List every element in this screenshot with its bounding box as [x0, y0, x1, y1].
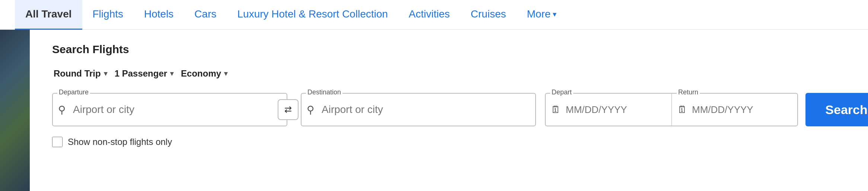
nav-label-all-travel: All Travel — [25, 8, 72, 20]
return-field-wrapper: Return 🗓 — [671, 93, 798, 126]
nav-item-cruises[interactable]: Cruises — [460, 0, 517, 30]
return-label: Return — [677, 88, 700, 96]
search-fields-row: Departure ⚲ ⇄ Destination ⚲ — [52, 93, 846, 126]
depart-date-input[interactable] — [545, 93, 671, 126]
nav-label-hotels: Hotels — [144, 8, 173, 20]
departure-pin-icon: ⚲ — [58, 104, 66, 116]
nav-item-all-travel[interactable]: All Travel — [15, 0, 82, 30]
trip-type-label: Round Trip — [54, 68, 101, 79]
class-label: Economy — [181, 68, 221, 79]
class-button[interactable]: Economy ▾ — [179, 66, 229, 81]
search-button-label: Search — [825, 103, 867, 117]
destination-label: Destination — [306, 88, 342, 96]
search-button[interactable]: Search — [805, 93, 868, 126]
nonstop-row: Show non-stop flights only — [52, 137, 846, 147]
destination-input[interactable] — [301, 93, 536, 126]
trip-type-button[interactable]: Round Trip ▾ — [52, 66, 109, 81]
passengers-chevron: ▾ — [170, 69, 173, 78]
depart-field-wrapper: Depart 🗓 — [545, 93, 671, 126]
swap-icon: ⇄ — [284, 104, 292, 115]
search-title: Search Flights — [52, 43, 846, 56]
nav-label-activities: Activities — [409, 8, 450, 20]
nav-item-hotels[interactable]: Hotels — [134, 0, 184, 30]
departure-input[interactable] — [52, 93, 287, 126]
nonstop-label: Show non-stop flights only — [68, 137, 172, 147]
departure-field-wrapper: Departure ⚲ ⇄ — [52, 93, 287, 126]
main-content: Search Flights Round Trip ▾ 1 Passenger … — [0, 30, 868, 191]
nonstop-checkbox[interactable] — [52, 137, 63, 147]
depart-label: Depart — [550, 88, 573, 96]
nav-label-cruises: Cruises — [471, 8, 506, 20]
navigation-bar: All Travel Flights Hotels Cars Luxury Ho… — [0, 0, 868, 30]
nav-item-more[interactable]: More ▾ — [517, 0, 567, 30]
destination-field-wrapper: Destination ⚲ — [301, 93, 536, 126]
class-chevron: ▾ — [224, 69, 227, 78]
nav-label-cars: Cars — [194, 8, 216, 20]
search-panel: Search Flights Round Trip ▾ 1 Passenger … — [30, 30, 868, 191]
destination-pin-icon: ⚲ — [307, 104, 315, 116]
depart-calendar-icon: 🗓 — [551, 104, 561, 116]
date-group: Depart 🗓 Return 🗓 — [545, 93, 798, 126]
return-date-input[interactable] — [671, 93, 798, 126]
nav-label-more: More — [527, 8, 551, 20]
nav-label-luxury: Luxury Hotel & Resort Collection — [237, 8, 388, 20]
nav-item-luxury[interactable]: Luxury Hotel & Resort Collection — [227, 0, 398, 30]
nav-item-cars[interactable]: Cars — [184, 0, 227, 30]
passengers-button[interactable]: 1 Passenger ▾ — [113, 66, 175, 81]
swap-airports-button[interactable]: ⇄ — [278, 99, 299, 120]
hero-image-strip — [0, 30, 30, 191]
return-calendar-icon: 🗓 — [677, 104, 687, 116]
nav-item-flights[interactable]: Flights — [82, 0, 134, 30]
chevron-down-icon: ▾ — [553, 10, 556, 19]
airport-group: Departure ⚲ ⇄ Destination ⚲ — [52, 93, 536, 126]
departure-label: Departure — [57, 88, 90, 96]
trip-type-chevron: ▾ — [104, 69, 107, 78]
nav-item-activities[interactable]: Activities — [398, 0, 460, 30]
trip-options-row: Round Trip ▾ 1 Passenger ▾ Economy ▾ — [52, 66, 846, 81]
passengers-label: 1 Passenger — [115, 68, 167, 79]
nav-label-flights: Flights — [93, 8, 123, 20]
